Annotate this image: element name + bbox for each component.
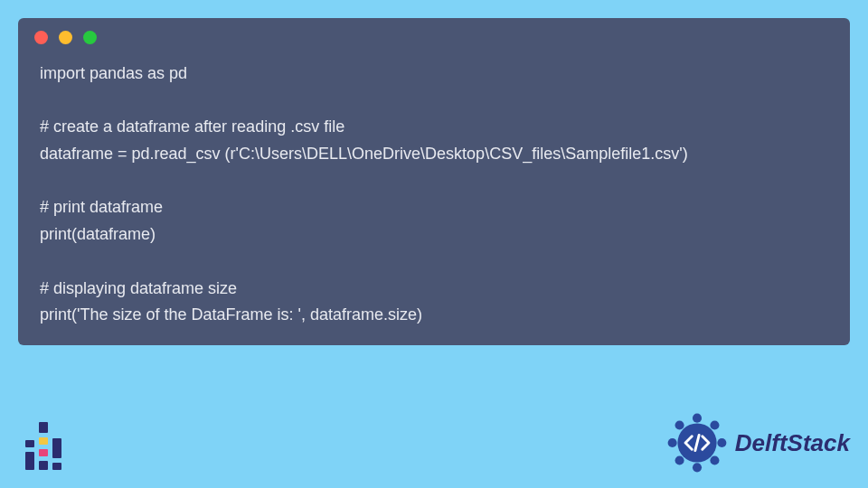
svg-point-1 bbox=[693, 414, 702, 423]
footer: DelftStack bbox=[0, 389, 868, 488]
code-line: # displaying dataframe size bbox=[40, 279, 237, 297]
logo-bar bbox=[25, 440, 34, 470]
window-close-dot bbox=[34, 31, 48, 44]
code-block: import pandas as pd # create a dataframe… bbox=[18, 52, 850, 329]
svg-point-4 bbox=[710, 455, 719, 465]
logo-seg bbox=[25, 440, 34, 447]
window-minimize-dot bbox=[59, 31, 72, 44]
logo-bar bbox=[52, 438, 61, 470]
window-maximize-dot bbox=[83, 31, 97, 44]
brand-name: DelftStack bbox=[735, 429, 850, 457]
logo-bar bbox=[39, 422, 48, 470]
code-line: print(dataframe) bbox=[40, 225, 156, 243]
code-line: # print dataframe bbox=[40, 198, 163, 216]
code-line: import pandas as pd bbox=[40, 64, 187, 82]
logo-seg bbox=[52, 438, 61, 458]
logo-seg bbox=[39, 461, 48, 470]
logo-seg bbox=[39, 437, 48, 445]
svg-point-8 bbox=[675, 421, 684, 430]
svg-point-3 bbox=[717, 438, 726, 447]
brand-badge-icon bbox=[665, 410, 730, 475]
svg-point-7 bbox=[667, 438, 676, 447]
brand-logo: DelftStack bbox=[665, 410, 850, 475]
logo-seg bbox=[39, 449, 48, 456]
svg-point-2 bbox=[710, 421, 719, 430]
code-line: dataframe = pd.read_csv (r'C:\Users\DELL… bbox=[40, 145, 688, 163]
svg-point-6 bbox=[675, 455, 684, 465]
svg-point-5 bbox=[693, 463, 702, 472]
logo-seg bbox=[25, 452, 34, 470]
code-window: import pandas as pd # create a dataframe… bbox=[18, 18, 850, 345]
left-logo-icon bbox=[25, 422, 61, 475]
logo-seg bbox=[52, 463, 61, 470]
code-line: # create a dataframe after reading .csv … bbox=[40, 117, 344, 136]
logo-seg bbox=[39, 422, 48, 433]
window-titlebar bbox=[18, 18, 850, 52]
code-line: print('The size of the DataFrame is: ', … bbox=[40, 305, 422, 324]
